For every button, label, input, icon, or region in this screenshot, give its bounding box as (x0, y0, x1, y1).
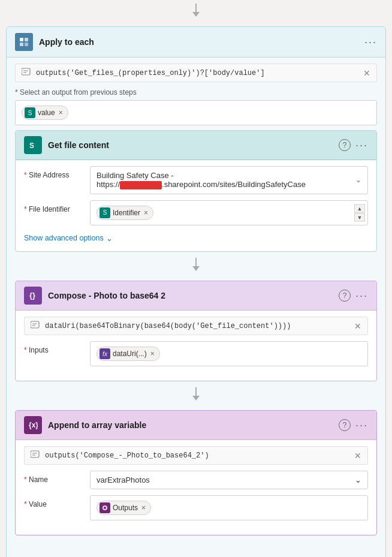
append-value-label: Value (24, 495, 90, 508)
datouri-token-icon: fx (99, 348, 110, 359)
select-output-field[interactable]: S value × (15, 100, 377, 125)
svg-point-23 (104, 507, 106, 509)
identifier-token-label: Identifier (113, 209, 140, 217)
append-value-input[interactable]: Outputs × (90, 495, 368, 520)
compose-inputs-input[interactable]: fx dataUri(...) × (90, 341, 368, 366)
svg-rect-2 (20, 38, 23, 41)
compose-card: {} Compose - Photo to base64 2 ? ··· (15, 281, 377, 381)
apply-each-more-button[interactable]: ··· (364, 36, 377, 49)
svg-rect-6 (22, 68, 30, 75)
identifier-token-icon: S (99, 207, 110, 218)
append-name-row: Name varExtraPhotos ⌄ (24, 471, 368, 489)
identifier-token[interactable]: S Identifier × (97, 206, 153, 220)
file-identifier-label: File Identifier (24, 200, 90, 213)
arrow-connector-2 (15, 386, 377, 405)
svg-marker-17 (192, 396, 200, 401)
compose-inputs-field: fx dataUri(...) × (90, 341, 368, 366)
append-array-header: {x} Append to array variable ? ··· (16, 411, 376, 440)
svg-text:S: S (29, 141, 34, 150)
apply-each-expression-close[interactable]: ✕ (363, 68, 370, 78)
svg-marker-1 (192, 12, 200, 17)
expression-bar-icon (22, 68, 31, 78)
site-address-domain: .sharepoint.com/sites/BuildingSafetyCase (162, 180, 306, 189)
get-file-content-help-button[interactable]: ? (339, 139, 351, 151)
compose-icon: {} (24, 287, 42, 305)
append-array-content: outputs('Compose_-_Photo_to_base64_2') ✕… (16, 440, 376, 535)
top-arrow-connector (0, 0, 392, 23)
file-identifier-input[interactable]: S Identifier × ▲ ▼ (90, 200, 368, 225)
value-token[interactable]: S value × (22, 106, 68, 120)
outputs-token-label: Outputs (113, 504, 138, 512)
outputs-token-icon (99, 502, 110, 513)
append-expression-text: outputs('Compose_-_Photo_to_base64_2') (45, 451, 354, 460)
get-file-content-title: Get file content (48, 140, 339, 150)
apply-each-expression-bar: outputs('Get_files_(properties_only)')?[… (15, 64, 377, 82)
compose-expression-bar: dataUri(base64ToBinary(base64(body('Get_… (24, 317, 368, 335)
svg-rect-3 (25, 38, 28, 41)
compose-header: {} Compose - Photo to base64 2 ? ··· (16, 281, 376, 311)
compose-help-button[interactable]: ? (339, 290, 351, 302)
append-array-title: Append to array variable (48, 420, 339, 430)
get-file-content-actions: ? ··· (339, 139, 368, 152)
apply-each-title: Apply to each (39, 37, 364, 47)
get-file-content-header: S Get file content ? ··· (16, 131, 376, 160)
site-address-label: Site Address (24, 166, 90, 179)
apply-each-expression-text: outputs('Get_files_(properties_only)')?[… (36, 69, 363, 77)
get-file-content-icon: S (24, 136, 42, 154)
file-identifier-row: File Identifier S Identifier × ▲ ▼ (24, 200, 368, 225)
append-array-icon: {x} (24, 416, 42, 434)
site-address-chevron: ⌄ (355, 176, 361, 184)
append-expression-bar: outputs('Compose_-_Photo_to_base64_2') ✕ (24, 446, 368, 465)
file-identifier-stepper: ▲ ▼ (354, 204, 365, 221)
show-advanced-options[interactable]: Show advanced options ⌄ (24, 234, 113, 243)
datouri-token-close[interactable]: × (150, 350, 155, 358)
stepper-down[interactable]: ▼ (354, 213, 365, 221)
compose-inputs-row: Inputs fx dataUri(...) × (24, 341, 368, 366)
site-address-field: Building Safety Case - https://.sharepoi… (90, 166, 368, 194)
append-value-row: Value Outputs × (24, 495, 368, 520)
site-address-row: Site Address Building Safety Case - http… (24, 166, 368, 194)
append-array-card: {x} Append to array variable ? ··· (15, 410, 377, 535)
svg-rect-19 (31, 451, 39, 457)
append-value-field: Outputs × (90, 495, 368, 520)
svg-rect-5 (25, 43, 28, 46)
file-identifier-field: S Identifier × ▲ ▼ (90, 200, 368, 225)
show-advanced-chevron: ⌄ (106, 234, 113, 243)
append-name-value: varExtraPhotos (97, 475, 150, 484)
compose-actions: ? ··· (339, 290, 368, 302)
arrow-connector-1 (15, 257, 377, 276)
get-file-content-content: Site Address Building Safety Case - http… (16, 160, 376, 251)
append-array-actions: ? ··· (339, 419, 368, 432)
stepper-up[interactable]: ▲ (354, 204, 365, 212)
append-array-help-button[interactable]: ? (339, 419, 351, 431)
append-expression-close[interactable]: ✕ (354, 451, 361, 460)
apply-each-header: Apply to each ··· (7, 27, 385, 58)
apply-each-content: outputs('Get_files_(properties_only)')?[… (7, 58, 385, 557)
datouri-token[interactable]: fx dataUri(...) × (97, 347, 160, 361)
get-file-content-card: S Get file content ? ··· Site Address (15, 130, 377, 252)
add-action-container: Add an action (15, 546, 377, 557)
compose-inputs-label: Inputs (24, 341, 90, 354)
site-address-text: Building Safety Case - https://.sharepoi… (97, 171, 355, 189)
append-name-select[interactable]: varExtraPhotos ⌄ (90, 471, 368, 489)
compose-more-button[interactable]: ··· (355, 290, 368, 302)
site-address-prefix: Building Safety Case - (97, 171, 174, 180)
append-array-more-button[interactable]: ··· (355, 419, 368, 432)
compose-expression-close[interactable]: ✕ (354, 321, 361, 331)
outputs-token[interactable]: Outputs × (97, 501, 151, 515)
append-name-chevron: ⌄ (355, 475, 361, 484)
compose-expression-text: dataUri(base64ToBinary(base64(body('Get_… (45, 322, 354, 330)
show-advanced-label: Show advanced options (24, 234, 104, 242)
append-name-field: varExtraPhotos ⌄ (90, 471, 368, 489)
apply-each-icon (15, 33, 33, 51)
apply-to-each-card: Apply to each ··· outputs('Get_files_(pr… (6, 26, 386, 557)
apply-each-actions: ··· (364, 36, 377, 49)
value-token-close[interactable]: × (59, 109, 63, 117)
compose-title: Compose - Photo to base64 2 (48, 291, 339, 300)
identifier-token-close[interactable]: × (144, 209, 148, 217)
value-token-icon: S (25, 107, 35, 118)
value-token-label: value (38, 109, 55, 117)
outputs-token-close[interactable]: × (141, 504, 146, 512)
get-file-content-more-button[interactable]: ··· (355, 139, 368, 152)
site-address-dropdown[interactable]: Building Safety Case - https://.sharepoi… (90, 166, 368, 194)
